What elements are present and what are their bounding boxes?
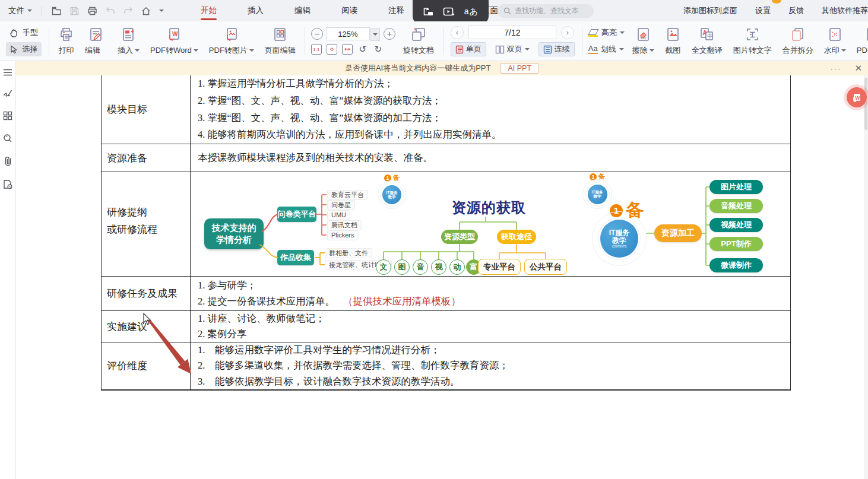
page-edit-button[interactable]: 页面编辑 xyxy=(259,24,301,58)
file-menu-label: 文件 xyxy=(8,5,24,16)
rotate-pages-icon xyxy=(410,27,427,42)
redo-icon[interactable] xyxy=(123,7,133,15)
resource-type: 音 xyxy=(413,259,428,275)
logo-ring: IT服务教学 CONTENTS xyxy=(592,211,647,266)
translate-icon[interactable]: aあ xyxy=(464,7,479,17)
video-ai-icon[interactable] xyxy=(443,7,455,17)
row-label: 研修提纲 xyxy=(107,205,190,219)
rotate-left-icon[interactable]: ↺ xyxy=(357,44,368,55)
resource-processing-node: 资源加工 xyxy=(654,224,702,242)
tab-edit[interactable]: 编辑 xyxy=(279,0,326,21)
single-page-mode-button[interactable]: 单页 xyxy=(451,42,486,56)
left-sidebar xyxy=(0,61,16,479)
row-label: 研修任务及成果 xyxy=(107,287,190,300)
merge-split-button[interactable]: 合并拆分 xyxy=(777,24,819,58)
home-icon[interactable] xyxy=(141,7,151,15)
fit-page-icon[interactable] xyxy=(327,44,337,55)
mindmap-leaf: UMU xyxy=(327,210,350,220)
attachment-icon[interactable] xyxy=(4,156,12,166)
feedback-link[interactable]: 反馈 xyxy=(788,5,804,16)
screenshot-button[interactable]: 截图 xyxy=(660,24,686,58)
select-tool-button[interactable]: 选择 xyxy=(6,42,42,56)
history-doc-icon[interactable] xyxy=(3,179,12,189)
print-icon[interactable] xyxy=(87,7,97,15)
continuous-mode-button[interactable]: 连续 xyxy=(538,42,575,56)
other-software-link[interactable]: 其他软件推荐 xyxy=(822,5,868,16)
merge-split-label: 合并拆分 xyxy=(783,45,813,56)
hand-icon xyxy=(9,28,19,37)
chevron-down-icon xyxy=(194,49,198,52)
select-tool-label: 选择 xyxy=(22,44,37,55)
close-icon[interactable]: ✕ xyxy=(854,63,862,74)
scrollbar-thumb[interactable] xyxy=(864,78,867,130)
zoom-out-button[interactable]: − xyxy=(311,28,323,40)
zoom-level-select[interactable]: 125% xyxy=(326,27,370,40)
hand-tool-button[interactable]: 手型 xyxy=(6,26,42,40)
rotate-document-button[interactable]: 旋转文档 xyxy=(398,24,439,58)
watermark-button[interactable]: 水印 xyxy=(819,24,851,58)
double-page-mode-button[interactable]: 双页 xyxy=(491,43,534,56)
settings-link[interactable]: 设置 xyxy=(755,5,771,16)
page-indicator[interactable]: 7/12 xyxy=(468,26,556,39)
pdf-to-image-button[interactable]: PDF转图片 xyxy=(204,24,259,58)
cell-line: 1. 能够运用数字评价工具对学生的学习情况进行分析； xyxy=(198,342,787,359)
search-input[interactable]: 查找功能、查找文本 xyxy=(498,4,594,18)
pdf-to-word-label: PDF转Word xyxy=(150,45,198,56)
document-area[interactable]: 模块目标 1. 掌握运用学情分析工具做学情分析的方法； 2. 掌握“图、文、声、… xyxy=(16,75,868,479)
erase-button[interactable]: 擦除 xyxy=(627,24,660,58)
ai-ppt-button[interactable]: AI PPT xyxy=(500,63,539,74)
edit-button[interactable]: 编辑 xyxy=(80,24,112,58)
next-page-button[interactable]: › xyxy=(561,26,574,39)
more-options-icon[interactable]: ··· xyxy=(830,64,841,73)
continuous-icon xyxy=(543,45,552,54)
image-to-text-icon xyxy=(745,27,761,42)
highlight-button[interactable]: 高亮 xyxy=(588,26,625,40)
hand-tool-label: 手型 xyxy=(23,27,38,38)
image-to-text-button[interactable]: 图片转文字 xyxy=(728,24,777,58)
row-label: 资源准备 xyxy=(107,151,190,165)
tab-read[interactable]: 阅读 xyxy=(326,0,373,21)
tab-home[interactable]: 开始 xyxy=(185,0,232,21)
fit-width-icon[interactable] xyxy=(342,44,353,55)
add-icon-to-desktop-link[interactable]: 添加图标到桌面 xyxy=(683,5,737,16)
table-row: 评价维度 1. 能够运用数字评价工具对学生的学习情况进行分析； 2. 能够多渠道… xyxy=(102,342,790,389)
page-edit-icon xyxy=(272,27,288,42)
insert-button[interactable]: 插入 xyxy=(112,24,145,58)
cell-line: 4. 能够将前期两次培训的方法，应用到备课中，并列出应用实例清单。 xyxy=(198,126,787,144)
pdf-to-word-button[interactable]: W PDF转Word xyxy=(145,24,204,58)
chevron-down-icon xyxy=(841,49,846,52)
file-menu-button[interactable]: 文件 xyxy=(0,5,38,16)
table-row: 资源准备 本授课教师模块课程涉及到的相关技术的安装、准备。 xyxy=(102,144,790,172)
it-teaching-logo: IT服务教学 xyxy=(382,185,401,204)
search-doc-icon[interactable] xyxy=(3,134,12,143)
edit-label: 编辑 xyxy=(85,45,107,56)
pdf-to-word-fab[interactable]: W xyxy=(847,87,867,107)
menu-icon[interactable] xyxy=(3,69,12,76)
prev-page-button[interactable]: ‹ xyxy=(451,26,464,39)
screenshot-label: 截图 xyxy=(665,45,680,56)
tab-insert[interactable]: 插入 xyxy=(232,0,279,21)
rotate-right-icon[interactable]: ↻ xyxy=(373,44,384,55)
insert-label: 插入 xyxy=(118,45,140,56)
save-icon[interactable] xyxy=(70,7,79,15)
search-placeholder: 查找功能、查找文本 xyxy=(515,6,579,16)
eraser-doc-icon xyxy=(635,27,651,42)
zoom-dropdown-caret[interactable] xyxy=(370,28,380,41)
process-leaf: 微课制作 xyxy=(709,258,763,272)
zoom-in-button[interactable]: + xyxy=(384,28,395,40)
underline-button[interactable]: Aa 划线 xyxy=(588,42,625,56)
pdf-compress-button[interactable]: PDF压缩 xyxy=(851,24,868,58)
undo-icon[interactable] xyxy=(106,7,115,15)
miniplayer-icon[interactable] xyxy=(423,7,435,17)
actual-size-icon[interactable]: 1:1 xyxy=(311,44,322,55)
ink-sign-icon[interactable] xyxy=(3,89,12,98)
pdf-to-word-icon: W xyxy=(165,27,183,42)
toolbar-collapse-caret-icon[interactable] xyxy=(159,9,164,12)
thumbnails-icon[interactable] xyxy=(3,111,12,120)
print-button[interactable]: 打印 xyxy=(53,24,80,58)
full-translate-button[interactable]: A中 全文翻译 xyxy=(686,24,728,58)
it-teaching-logo: IT服务教学 CONTENTS xyxy=(600,220,638,258)
mindmap-leaf: 问卷星 xyxy=(327,200,355,210)
open-icon[interactable] xyxy=(52,7,62,15)
scrollbar[interactable] xyxy=(864,75,868,479)
